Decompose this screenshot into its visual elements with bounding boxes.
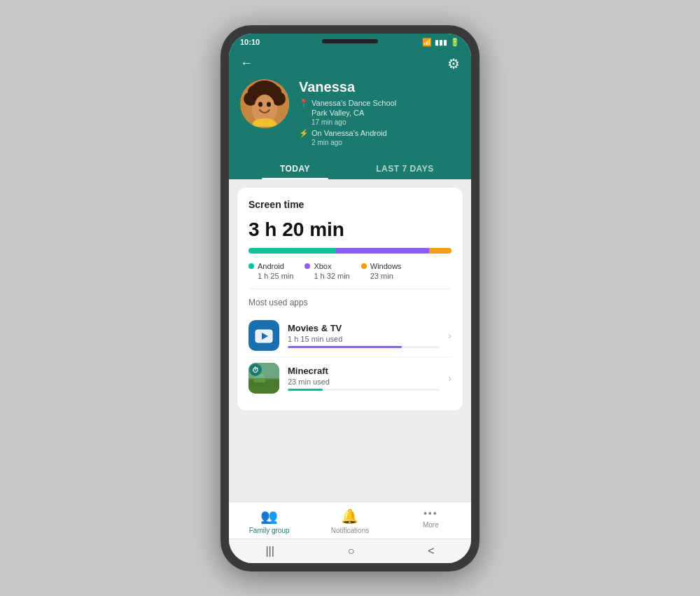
- back-button[interactable]: ←: [240, 56, 253, 71]
- minecraft-info: Minecraft 23 min used: [288, 366, 440, 391]
- movies-progress: [288, 346, 440, 348]
- movies-progress-fill: [288, 346, 402, 348]
- notifications-label: Notifications: [331, 527, 369, 534]
- svg-point-7: [258, 81, 272, 95]
- tabs: TODAY LAST 7 DAYS: [240, 157, 460, 179]
- windows-dot: [361, 263, 367, 269]
- screen-time-total: 3 h 20 min: [248, 219, 451, 241]
- svg-point-10: [267, 102, 271, 106]
- location-time: 17 min ago: [312, 118, 396, 126]
- minecraft-progress-fill: [288, 389, 323, 391]
- wifi-icon: 📶: [422, 38, 432, 47]
- movies-icon: [248, 320, 279, 351]
- profile-location: 📍 Vanessa's Dance School Park Valley, CA…: [299, 98, 460, 127]
- svg-point-8: [255, 95, 274, 117]
- tab-last7days[interactable]: LAST 7 DAYS: [350, 157, 460, 179]
- content-area: Screen time 3 h 20 min Android 1 h: [229, 179, 471, 501]
- family-group-label: Family group: [249, 527, 290, 534]
- nav-family-group[interactable]: 👥 Family group: [229, 502, 309, 539]
- windows-label: Windows: [370, 262, 402, 270]
- device-time: 2 min ago: [312, 139, 387, 146]
- app-item-movies[interactable]: Movies & TV 1 h 15 min used ›: [248, 314, 451, 357]
- minecraft-name: Minecraft: [288, 366, 440, 376]
- status-icons: 📶 ▮▮▮ 🔋: [422, 38, 460, 47]
- progress-xbox: [336, 248, 429, 254]
- avatar: [240, 79, 289, 128]
- system-nav: ||| ○ <: [229, 539, 471, 563]
- xbox-dot: [304, 263, 310, 269]
- profile-name: Vanessa: [299, 79, 460, 95]
- movies-name: Movies & TV: [288, 323, 440, 333]
- android-label: Android: [258, 262, 284, 270]
- phone-frame: 10:10 📶 ▮▮▮ 🔋 ← ⚙: [220, 25, 479, 571]
- bottom-nav: 👥 Family group 🔔 Notifications ••• More: [229, 501, 471, 539]
- legend-xbox: Xbox 1 h 32 min: [304, 262, 349, 280]
- more-label: More: [423, 521, 439, 529]
- profile-device: ⚡ On Vanessa's Android 2 min ago: [299, 128, 460, 146]
- status-time: 10:10: [240, 38, 260, 46]
- location-icon: 📍: [299, 99, 309, 108]
- location-city: Park Valley, CA: [312, 108, 396, 118]
- svg-point-9: [258, 102, 262, 106]
- minecraft-time: 23 min used: [288, 377, 440, 386]
- header-top: ← ⚙: [240, 55, 460, 72]
- profile-info: Vanessa 📍 Vanessa's Dance School Park Va…: [299, 79, 460, 149]
- more-icon: •••: [424, 508, 438, 519]
- movies-time: 1 h 15 min used: [288, 335, 440, 343]
- legend-android: Android 1 h 25 min: [248, 262, 293, 280]
- progress-windows: [429, 248, 451, 254]
- android-dot: [248, 263, 254, 269]
- home-button[interactable]: ○: [348, 545, 355, 557]
- notifications-icon: 🔔: [341, 508, 358, 525]
- android-time: 1 h 25 min: [248, 272, 293, 280]
- profile-section: Vanessa 📍 Vanessa's Dance School Park Va…: [240, 79, 460, 149]
- speaker: [322, 39, 378, 43]
- family-group-icon: 👥: [260, 508, 278, 525]
- battery-icon: 🔋: [450, 38, 460, 47]
- movies-chevron: ›: [448, 330, 451, 341]
- minecraft-progress: [288, 389, 440, 391]
- screen-time-card: Screen time 3 h 20 min Android 1 h: [237, 188, 463, 410]
- svg-text:⏱: ⏱: [252, 366, 259, 374]
- phone-screen: 10:10 📶 ▮▮▮ 🔋 ← ⚙: [229, 34, 471, 563]
- header: ← ⚙: [229, 50, 471, 180]
- nav-notifications[interactable]: 🔔 Notifications: [309, 502, 390, 539]
- app-item-minecraft[interactable]: ⏱ Minecraft 23 min used ›: [248, 357, 451, 399]
- menu-button[interactable]: |||: [265, 545, 274, 557]
- device-name: On Vanessa's Android: [312, 128, 387, 138]
- movies-info: Movies & TV 1 h 15 min used: [288, 323, 440, 348]
- legend-windows: Windows 23 min: [361, 262, 402, 280]
- progress-android: [248, 248, 336, 254]
- minecraft-icon: ⏱: [248, 363, 279, 394]
- back-system-button[interactable]: <: [428, 545, 434, 557]
- signal-icon: ▮▮▮: [435, 39, 447, 46]
- card-title: Screen time: [248, 199, 451, 210]
- most-used-label: Most used apps: [248, 298, 451, 307]
- xbox-label: Xbox: [314, 262, 331, 270]
- windows-time: 23 min: [361, 272, 402, 280]
- nav-more[interactable]: ••• More: [391, 502, 471, 539]
- minecraft-chevron: ›: [448, 373, 451, 384]
- location-name: Vanessa's Dance School: [312, 98, 396, 108]
- device-icon: ⚡: [299, 129, 309, 138]
- settings-button[interactable]: ⚙: [447, 55, 460, 72]
- progress-bar: [248, 248, 451, 254]
- xbox-time: 1 h 32 min: [304, 272, 349, 280]
- device-legend: Android 1 h 25 min Xbox 1 h 32 min: [248, 262, 451, 280]
- tab-today[interactable]: TODAY: [240, 157, 350, 179]
- divider: [248, 289, 451, 289]
